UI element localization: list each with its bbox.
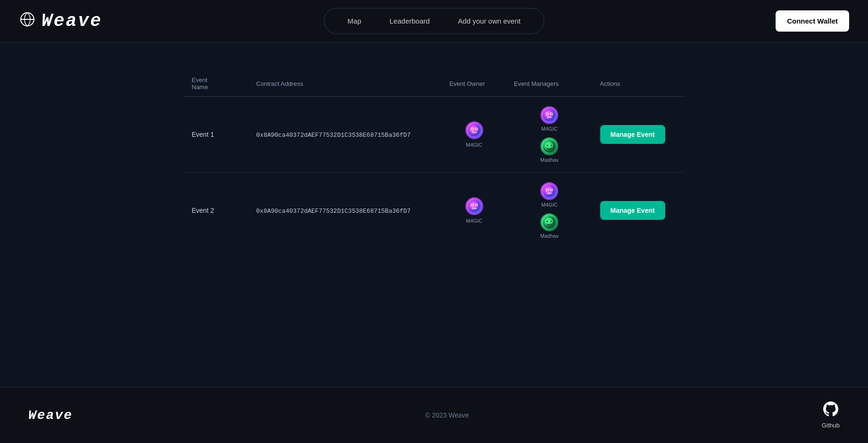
table-header-row: EventName Contract Address Event Owner E… <box>184 71 684 97</box>
manager-item: M4GIC <box>514 106 585 132</box>
main-nav: Map Leaderboard Add your own event <box>323 8 545 34</box>
owner-cell: M4GIC <box>442 173 506 249</box>
github-label: Github <box>822 422 840 429</box>
actions-cell: Manage Event <box>593 97 684 173</box>
header: Weave Map Leaderboard Add your own event… <box>0 0 868 42</box>
event-name-cell: Event 1 <box>184 97 249 173</box>
footer-logo: Weave <box>28 408 73 423</box>
svg-rect-30 <box>547 192 552 194</box>
svg-rect-5 <box>471 128 473 130</box>
event-name-cell: Event 2 <box>184 173 249 249</box>
logo-text: Weave <box>41 11 102 31</box>
svg-point-8 <box>543 109 555 121</box>
svg-rect-29 <box>551 189 552 191</box>
col-header-actions: Actions <box>593 71 684 97</box>
svg-point-31 <box>543 216 555 228</box>
svg-rect-24 <box>472 208 477 209</box>
contract-address-cell: 0x8A90ca40372dAEF77532D1C3538E68715Ba36f… <box>248 97 442 173</box>
contract-address-text: 0x8A90ca40372dAEF77532D1C3538E68715Ba36f… <box>256 132 411 139</box>
svg-point-2 <box>468 124 480 136</box>
main-content: EventName Contract Address Event Owner E… <box>0 42 868 387</box>
svg-rect-7 <box>472 132 477 133</box>
manager-item: Madhav <box>514 213 585 239</box>
managers-cell: M4GIC <box>506 97 592 173</box>
owner-cell: M4GIC <box>442 97 506 173</box>
svg-point-14 <box>543 140 555 152</box>
events-table: EventName Contract Address Event Owner E… <box>184 71 684 248</box>
manager-avatar <box>540 106 558 124</box>
svg-rect-28 <box>546 189 548 191</box>
svg-point-25 <box>543 185 555 197</box>
manager-item: M4GIC <box>514 182 585 208</box>
manage-event-button[interactable]: Manage Event <box>600 125 665 144</box>
svg-rect-23 <box>476 204 477 206</box>
svg-point-35 <box>551 221 552 222</box>
svg-rect-6 <box>476 128 477 130</box>
col-header-owner: Event Owner <box>442 71 506 97</box>
managers-cell: M4GIC <box>506 173 592 249</box>
owner-avatar <box>465 197 483 215</box>
manager-label: M4GIC <box>541 202 558 208</box>
manager-label: M4GIC <box>541 126 558 132</box>
owner-label: M4GIC <box>466 218 482 224</box>
manager-avatar <box>540 182 558 200</box>
svg-point-18 <box>551 145 552 146</box>
manager-avatar <box>540 213 558 231</box>
owner-label: M4GIC <box>466 142 482 148</box>
svg-rect-11 <box>546 113 548 115</box>
manager-avatar <box>540 137 558 155</box>
contract-address-cell: 0x8A90ca40372dAEF77532D1C3538E68715Ba36f… <box>248 173 442 249</box>
col-header-managers: Event Managers <box>506 71 592 97</box>
svg-rect-13 <box>547 117 552 118</box>
footer-copyright: © 2023 Weave <box>425 411 469 419</box>
table-row: Event 1 0x8A90ca40372dAEF77532D1C3538E68… <box>184 97 684 173</box>
svg-rect-12 <box>551 113 552 115</box>
svg-point-17 <box>547 145 548 146</box>
nav-add-event[interactable]: Add your own event <box>444 12 535 30</box>
footer: Weave © 2023 Weave Github <box>0 387 868 443</box>
weave-icon <box>19 11 36 31</box>
github-link[interactable]: Github <box>822 401 840 429</box>
nav-leaderboard[interactable]: Leaderboard <box>375 12 444 30</box>
nav-map[interactable]: Map <box>333 12 375 30</box>
github-icon <box>823 401 838 420</box>
connect-wallet-button[interactable]: Connect Wallet <box>776 10 849 32</box>
actions-cell: Manage Event <box>593 173 684 249</box>
svg-point-19 <box>468 200 480 212</box>
manager-label: Madhav <box>540 233 559 239</box>
contract-address-text: 0x8A90ca40372dAEF77532D1C3538E68715Ba36f… <box>256 208 411 215</box>
manager-label: Madhav <box>540 157 559 163</box>
events-table-container: EventName Contract Address Event Owner E… <box>175 71 694 248</box>
owner-avatar <box>465 121 483 139</box>
col-header-event-name: EventName <box>184 71 249 97</box>
col-header-contract: Contract Address <box>248 71 442 97</box>
manager-item: Madhav <box>514 137 585 163</box>
table-row: Event 2 0x8A90ca40372dAEF77532D1C3538E68… <box>184 173 684 249</box>
logo-area: Weave <box>19 11 102 31</box>
svg-point-34 <box>547 221 548 222</box>
svg-rect-22 <box>471 204 473 206</box>
manage-event-button[interactable]: Manage Event <box>600 201 665 220</box>
